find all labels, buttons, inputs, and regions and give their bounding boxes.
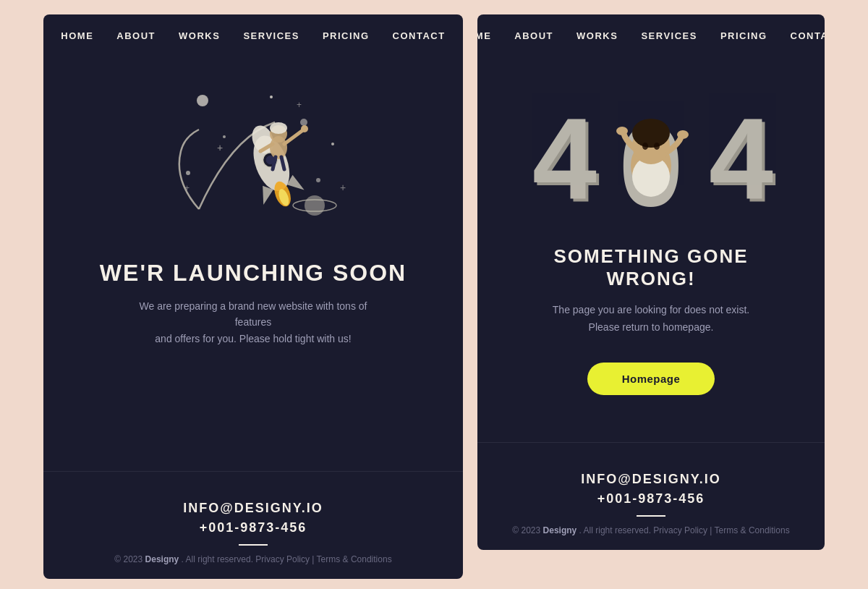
launch-title: WE'R LAUNCHING SOON (100, 260, 407, 287)
svg-point-12 (305, 195, 325, 216)
nav-works-right[interactable]: WORKS (576, 30, 618, 41)
error-description: The page you are looking for does not ex… (553, 302, 749, 336)
svg-point-3 (316, 178, 320, 182)
nav-contact-right[interactable]: CONTACT (791, 30, 825, 41)
terms-link-right[interactable]: Terms & Conditions (715, 525, 790, 535)
launch-subtitle: We are preparing a brand new website wit… (137, 298, 369, 347)
nav-about-left[interactable]: ABOUT (116, 30, 156, 41)
svg-point-5 (223, 135, 226, 138)
svg-text:+: + (217, 142, 223, 153)
svg-point-23 (301, 125, 308, 132)
nav-works-left[interactable]: WORKS (179, 30, 220, 41)
footer-phone-left: +001-9873-456 (58, 520, 448, 535)
footer-divider-right (637, 515, 665, 517)
rocket-illustration: + + + + (159, 79, 347, 238)
right-footer: INFO@DESIGNY.IO +001-9873-456 © 2023 Des… (477, 442, 825, 550)
left-footer: INFO@DESIGNY.IO +001-9873-456 © 2023 Des… (43, 471, 463, 579)
nav-contact-left[interactable]: CONTACT (393, 30, 446, 41)
nav-pricing-left[interactable]: PRICING (323, 30, 370, 41)
left-nav: HOME ABOUT WORKS SERVICES PRICING CONTAC… (43, 14, 463, 57)
left-hero-content: + + + + (43, 57, 463, 471)
footer-email-right: INFO@DESIGNY.IO (492, 472, 810, 487)
svg-point-4 (270, 96, 273, 98)
error-digit-last: 4 (709, 101, 770, 216)
error-404-display: 4 0 (532, 93, 770, 224)
error-digit-first: 4 (532, 101, 593, 216)
privacy-link-left[interactable]: Privacy Policy (255, 554, 310, 564)
footer-divider-left (239, 544, 268, 546)
nav-services-left[interactable]: SERVICES (243, 30, 299, 41)
homepage-button[interactable]: Homepage (587, 363, 715, 395)
nav-home-right[interactable]: HOME (477, 30, 491, 41)
svg-point-21 (270, 122, 287, 134)
nav-services-right[interactable]: SERVICES (641, 30, 697, 41)
right-nav: HOME ABOUT WORKS SERVICES PRICING CONTAC… (477, 14, 825, 57)
nav-home-left[interactable]: HOME (61, 30, 93, 41)
svg-point-1 (300, 119, 307, 126)
copyright-right: © 2023 Designy . All right reserved. Pri… (492, 525, 810, 535)
right-panel: HOME ABOUT WORKS SERVICES PRICING CONTAC… (477, 14, 825, 550)
svg-line-22 (284, 130, 304, 144)
svg-point-34 (616, 127, 628, 135)
left-panel: HOME ABOUT WORKS SERVICES PRICING CONTAC… (43, 14, 463, 579)
privacy-link-right[interactable]: Privacy Policy (653, 525, 707, 535)
svg-text:+: + (297, 100, 302, 110)
svg-point-0 (197, 95, 208, 106)
svg-point-32 (642, 143, 648, 150)
nav-about-right[interactable]: ABOUT (514, 30, 553, 41)
error-heading: SOMETHING GONE WRONG! (506, 245, 796, 290)
svg-text:+: + (340, 182, 346, 193)
footer-phone-right: +001-9873-456 (492, 491, 810, 507)
copyright-left: © 2023 Designy . All right reserved. Pri… (58, 554, 448, 564)
svg-point-2 (186, 171, 190, 175)
terms-link-left[interactable]: Terms & Conditions (317, 554, 392, 564)
footer-email-left: INFO@DESIGNY.IO (58, 501, 448, 516)
svg-point-31 (632, 119, 670, 148)
right-error-content: 4 0 (477, 57, 825, 442)
svg-point-33 (654, 143, 660, 150)
nav-pricing-right[interactable]: PRICING (720, 30, 767, 41)
svg-point-6 (331, 143, 334, 145)
svg-point-35 (677, 130, 689, 139)
error-middle-zero: 0 (593, 93, 709, 224)
